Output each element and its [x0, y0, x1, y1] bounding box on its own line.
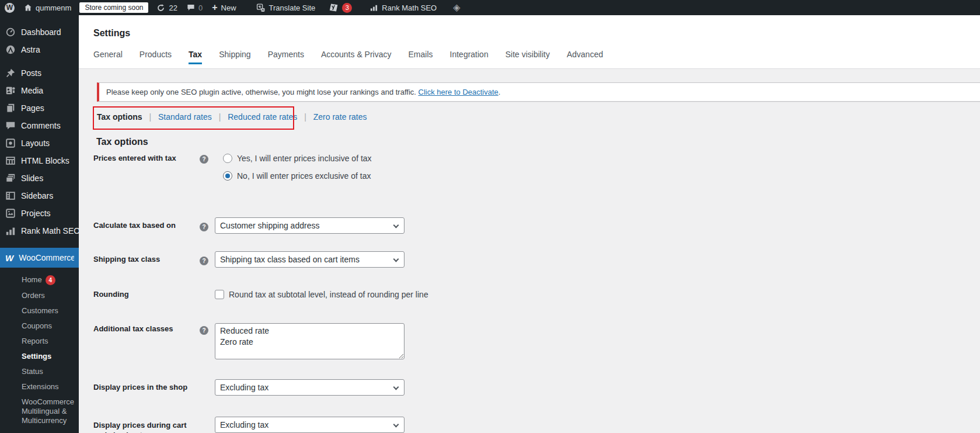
help-icon[interactable]: ? — [200, 223, 208, 231]
sidebar-item-label: Projects — [21, 209, 51, 218]
submenu-item-wcml[interactable]: WooCommerce Multilingual & Multicurrency — [0, 394, 79, 428]
radio-checked-icon[interactable] — [223, 171, 232, 181]
sidebar-item-sidebars[interactable]: Sidebars — [0, 187, 79, 205]
tax-subnav: Tax options | Standard rates | Reduced r… — [97, 112, 980, 122]
main-content: Settings General Products Tax Shipping P… — [79, 15, 980, 433]
update-count: 22 — [169, 4, 177, 12]
yoast-seo-menu[interactable]: 3 — [325, 0, 357, 15]
field-label: Additional tax classes — [93, 323, 200, 334]
pages-icon — [5, 103, 16, 113]
sidebar-item-label: Slides — [21, 174, 43, 183]
sidebar-item-layouts[interactable]: Layouts — [0, 134, 79, 152]
rank-math-menu[interactable]: Rank Math SEO — [365, 0, 441, 15]
form-row-prices-entered: Prices entered with tax ? Yes, I will en… — [93, 153, 980, 188]
subnav-zero-rate-rates[interactable]: Zero rate rates — [313, 112, 367, 122]
slides-icon — [5, 173, 16, 183]
translate-icon — [256, 4, 266, 12]
sidebar-item-rank-math[interactable]: Rank Math SEO — [0, 222, 79, 240]
submenu-item-home[interactable]: Home4 — [0, 272, 79, 288]
submenu-item-status[interactable]: Status — [0, 364, 79, 379]
tab-advanced[interactable]: Advanced — [567, 50, 603, 64]
subnav-tax-options[interactable]: Tax options — [97, 112, 142, 122]
sidebar-item-projects[interactable]: Projects — [0, 205, 79, 222]
tab-shipping[interactable]: Shipping — [219, 50, 251, 64]
radio-option-prices-exclusive[interactable]: No, I will enter prices exclusive of tax — [223, 171, 372, 181]
page-title: Settings — [79, 15, 980, 39]
sidebar-separator — [0, 240, 79, 248]
wordpress-logo-icon: W — [5, 3, 15, 13]
form-row-display-prices-shop: Display prices in the shop Excluding tax — [93, 379, 980, 396]
radio-option-prices-inclusive[interactable]: Yes, I will enter prices inclusive of ta… — [223, 153, 372, 164]
checkbox-icon[interactable] — [215, 290, 224, 299]
sidebar-item-label: Pages — [21, 103, 44, 113]
sidebar-item-woocommerce[interactable]: W WooCommerce — [0, 248, 79, 268]
site-name-menu[interactable]: qummenm — [19, 0, 76, 15]
help-icon[interactable]: ? — [200, 257, 208, 265]
submenu-item-extensions[interactable]: Extensions — [0, 379, 79, 394]
store-coming-soon-badge[interactable]: Store coming soon — [79, 2, 148, 13]
tax-options-form: Prices entered with tax ? Yes, I will en… — [93, 153, 980, 433]
tab-accounts-privacy[interactable]: Accounts & Privacy — [321, 50, 392, 64]
submenu-item-reports[interactable]: Reports — [0, 334, 79, 349]
radio-icon[interactable] — [223, 154, 232, 163]
form-row-additional-tax-classes: Additional tax classes ? Reduced rate Ze… — [93, 323, 980, 361]
sidebar-item-posts[interactable]: Posts — [0, 64, 79, 82]
sidebar-item-pages[interactable]: Pages — [0, 99, 79, 117]
additional-tax-classes-textarea[interactable]: Reduced rate Zero rate — [215, 323, 404, 359]
tab-integration[interactable]: Integration — [450, 50, 489, 64]
update-icon — [156, 4, 165, 12]
field-label: Shipping tax class — [93, 251, 200, 264]
field-label: Display prices during cart and checkout — [93, 417, 200, 433]
translate-label: Translate Site — [269, 4, 316, 12]
sidebar-item-astra[interactable]: Astra — [0, 41, 79, 58]
submenu-item-customers[interactable]: Customers — [0, 303, 79, 318]
sidebar-item-html-blocks[interactable]: HTML Blocks — [0, 152, 79, 169]
notice-text: Please keep only one SEO plugin active, … — [106, 88, 416, 96]
comments-menu[interactable]: 0 — [182, 0, 207, 15]
submenu-item-coupons[interactable]: Coupons — [0, 318, 79, 334]
sidebar-item-dashboard[interactable]: Dashboard — [0, 23, 79, 41]
select-value: Customer shipping address — [220, 221, 319, 230]
sidebar-item-media[interactable]: Media — [0, 82, 79, 99]
subnav-reduced-rate-rates[interactable]: Reduced rate rates — [228, 112, 297, 122]
help-icon[interactable]: ? — [200, 155, 208, 164]
tab-emails[interactable]: Emails — [409, 50, 433, 64]
wordpress-menu[interactable]: W — [0, 0, 19, 15]
help-icon[interactable]: ? — [200, 326, 208, 335]
select-value: Excluding tax — [220, 420, 268, 429]
calculate-tax-select[interactable]: Customer shipping address — [215, 217, 404, 234]
sidebars-icon — [5, 190, 16, 201]
tab-products[interactable]: Products — [139, 50, 172, 64]
shipping-tax-class-select[interactable]: Shipping tax class based on cart items — [215, 251, 404, 268]
subnav-standard-rates[interactable]: Standard rates — [158, 112, 212, 122]
chevron-down-icon — [393, 257, 399, 262]
submenu-item-orders[interactable]: Orders — [0, 288, 79, 303]
updates-menu[interactable]: 22 — [152, 0, 182, 15]
sidebar-item-label: Astra — [21, 45, 40, 54]
chevron-down-icon — [393, 384, 399, 390]
display-prices-cart-select[interactable]: Excluding tax — [215, 417, 404, 433]
comment-icon — [5, 120, 16, 131]
deactivate-link[interactable]: Click here to Deactivate — [418, 88, 498, 96]
translate-site-menu[interactable]: Translate Site — [252, 0, 320, 15]
sidebar-item-comments[interactable]: Comments — [0, 117, 79, 134]
tab-site-visibility[interactable]: Site visibility — [505, 50, 550, 64]
tab-payments[interactable]: Payments — [268, 50, 304, 64]
form-row-shipping-tax-class: Shipping tax class ? Shipping tax class … — [93, 251, 980, 268]
submenu-item-settings[interactable]: Settings — [0, 349, 79, 364]
admin-sidebar: Dashboard Astra Posts Media — [0, 15, 79, 433]
new-content-menu[interactable]: + New — [207, 0, 240, 15]
sidebar-separator — [0, 58, 79, 64]
sidebar-item-label: WooCommerce — [19, 253, 75, 262]
checkbox-label: Round tax at subtotal level, instead of … — [229, 290, 428, 299]
sidebar-item-label: Layouts — [21, 138, 50, 148]
plugin-diamond-menu[interactable]: ◈ — [448, 0, 465, 15]
tab-tax[interactable]: Tax — [189, 50, 202, 64]
home-count-badge: 4 — [46, 275, 55, 285]
tab-general[interactable]: General — [93, 50, 123, 64]
rounding-checkbox-option[interactable]: Round tax at subtotal level, instead of … — [215, 289, 428, 300]
sidebar-item-label: Dashboard — [21, 27, 61, 37]
sidebar-item-slides[interactable]: Slides — [0, 169, 79, 187]
rank-math-label: Rank Math SEO — [382, 4, 437, 12]
display-prices-shop-select[interactable]: Excluding tax — [215, 379, 404, 396]
